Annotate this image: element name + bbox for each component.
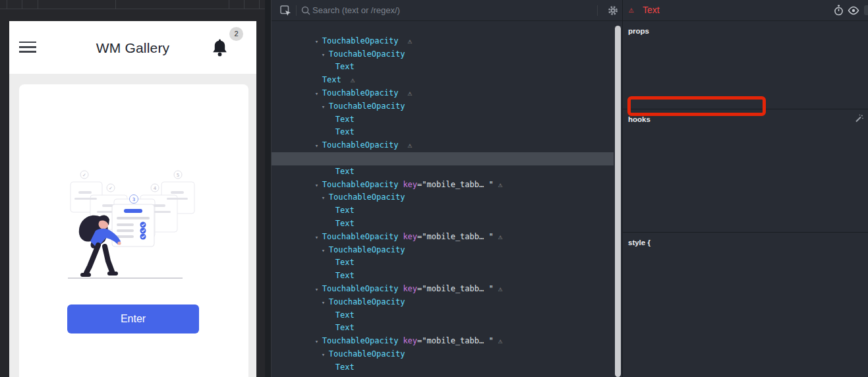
step-badge-3: 3 — [132, 197, 135, 202]
tree-row[interactable]: Text⚠ — [272, 61, 622, 74]
component-tree: ▾TouchableOpacity⚠ ▾TouchableOpacity Tex… — [272, 22, 622, 377]
selected-component-name: Text — [643, 5, 660, 15]
tree-row[interactable]: ▾TouchableOpacitykey="mobile_tabb… "⚠ — [272, 322, 622, 335]
hook-row[interactable]: ▸PlatformMethods — [623, 204, 868, 217]
tree-scrollbar[interactable] — [615, 26, 621, 377]
tree-row[interactable]: Text — [272, 348, 622, 361]
settings-gear-icon[interactable] — [608, 5, 618, 16]
toolbar-divider — [296, 5, 297, 16]
tab-divider — [22, 0, 22, 9]
toolbar-divider — [597, 5, 598, 16]
app-header: WM Gallery 2 — [9, 21, 256, 74]
step-badge-1: ✓ — [82, 173, 86, 178]
hook-row[interactable]: ▸MergeRefs — [623, 217, 868, 230]
tree-row[interactable]: ▾TouchableOpacity — [272, 179, 622, 192]
hooks-section: hooks Contextfalse 1Ref<div /> ▸LocaleCo… — [623, 109, 868, 232]
style-rows: fontFamily"Roboto"; userSelect"text"; fo… — [623, 249, 868, 377]
tree-row[interactable]: ▾TouchableOpacity — [272, 231, 622, 244]
hooks-section-header: hooks — [623, 113, 868, 126]
prop-row[interactable]: accessibilityLabel"button1_caption" — [623, 38, 868, 51]
search-icon — [301, 6, 310, 15]
tree-row[interactable]: ▾TouchableOpacity — [272, 139, 622, 152]
tree-row[interactable]: Text — [272, 309, 622, 322]
tree-row[interactable]: ▾TouchableOpacity⚠ — [272, 74, 622, 87]
style-row[interactable]: attributevalue; — [623, 366, 868, 377]
tree-row[interactable]: Text — [272, 361, 622, 374]
hook-row[interactable]: 1Ref<div /> — [623, 139, 868, 152]
tree-toolbar — [272, 0, 622, 21]
tree-row[interactable]: ▾TouchableOpacity⚠ — [272, 22, 622, 35]
tree-row[interactable]: Text — [272, 152, 614, 165]
tree-row[interactable]: Text — [272, 204, 622, 218]
phone-screen: WM Gallery 2 — [9, 21, 256, 377]
notification-badge: 2 — [229, 27, 243, 41]
hook-row[interactable]: Contextfalse — [623, 126, 868, 139]
inspector-pane: ⚠ Text props accessibilityLabel"button1_… — [622, 0, 868, 377]
tab-divider — [244, 0, 245, 9]
tree-row[interactable]: Text — [272, 100, 622, 113]
enter-button[interactable]: Enter — [67, 304, 199, 334]
style-row[interactable]: color"#fff"; — [623, 353, 868, 366]
style-row[interactable]: fontWeight"500"; — [623, 288, 868, 301]
clipped-icon[interactable] — [864, 5, 868, 15]
tree-row[interactable]: ▾TouchableOpacity⚠ — [272, 126, 622, 139]
tree-row[interactable]: ▾TouchableOpacity — [272, 283, 622, 296]
hook-row[interactable]: 8Callbackƒ () {} — [623, 190, 868, 204]
tree-row[interactable]: Text — [272, 48, 622, 61]
tree-row[interactable]: Text — [272, 113, 622, 127]
style-row[interactable]: textAlign"center"; — [623, 301, 868, 314]
tree-row[interactable]: Text — [272, 256, 622, 270]
tree-row[interactable]: Text — [272, 244, 622, 257]
search-input[interactable] — [312, 0, 550, 20]
tree-row[interactable]: ▾TouchableOpacitykey="mobile_tabb… "⚠ — [272, 165, 622, 179]
profiler-stopwatch-icon[interactable] — [833, 5, 844, 16]
inspect-element-icon[interactable] — [280, 5, 291, 16]
step-badge-4: 4 — [154, 186, 157, 191]
hook-row[interactable]: ▸ElementLayout — [623, 165, 868, 178]
prop-row[interactable]: children"Enter" — [623, 51, 868, 64]
tree-row[interactable]: ▾TouchableOpacity — [272, 87, 622, 100]
onboarding-illustration: ✓ ✓ 4 5 3 — [61, 169, 203, 282]
prop-row[interactable]: new entry — [623, 90, 868, 103]
hook-row[interactable]: ▸ResponderEvents[{…}, {…}] — [623, 178, 868, 191]
app-preview-pane: WM Gallery 2 — [0, 0, 271, 377]
props-section: props accessibilityLabel"button1_caption… — [623, 21, 868, 109]
pane-gutter — [265, 0, 271, 377]
style-row[interactable]: textTransform"capitalize"; — [623, 314, 868, 327]
style-section: style { fontFamily"Roboto"; userSelect"t… — [623, 232, 868, 377]
tree-row[interactable]: Text — [272, 296, 622, 309]
warning-icon: ⚠ — [629, 5, 634, 14]
style-row[interactable]: fontFamily"Roboto"; — [623, 249, 868, 262]
props-section-header: props — [623, 24, 868, 38]
component-tree-pane: ▾TouchableOpacity⚠ ▾TouchableOpacity Tex… — [271, 0, 622, 377]
style-row[interactable]: marginHorizontal4; — [623, 327, 868, 340]
hook-row[interactable]: ▸LocaleContext — [623, 152, 868, 165]
tree-row[interactable]: ▾TouchableOpacitykey="mobile_tabb… "⚠ — [272, 270, 622, 283]
tree-row[interactable]: ▾TouchableOpacity — [272, 35, 622, 48]
tree-row[interactable]: Text — [272, 191, 622, 204]
tree-row[interactable]: ▾TouchableOpacity — [272, 335, 622, 348]
hooks-rows: Contextfalse 1Ref<div /> ▸LocaleContext … — [623, 126, 868, 230]
content-card: ✓ ✓ 4 5 3 — [19, 84, 248, 377]
step-badge-2: ✓ — [109, 186, 113, 191]
tab-divider — [259, 0, 260, 9]
tree-row[interactable]: ▾TouchableOpacitykey="mobile_tabb… "⚠ — [272, 218, 622, 231]
prop-row[interactable]: testID"button1_caption" — [623, 76, 868, 90]
magic-wand-icon[interactable] — [854, 114, 863, 123]
tab-divider — [115, 0, 116, 9]
style-section-header: style { — [623, 236, 868, 249]
style-row[interactable]: fontSize16; — [623, 275, 868, 288]
browser-tab-strip — [0, 0, 265, 9]
prop-row[interactable]: ▸style{ trace: Array(3), color: "#fff", … — [623, 63, 868, 76]
tab-divider — [38, 0, 38, 9]
tab-divider — [7, 0, 7, 9]
props-rows: accessibilityLabel"button1_caption" chil… — [623, 38, 868, 102]
style-row[interactable]: userSelect"text"; — [623, 262, 868, 276]
bell-icon[interactable] — [212, 39, 227, 57]
eye-icon[interactable] — [848, 6, 859, 15]
step-badge-5: 5 — [177, 173, 179, 178]
inspector-header: ⚠ Text — [623, 0, 868, 21]
tab-divider — [229, 0, 229, 9]
style-row[interactable]: _[{"name":"@app-theme:btn-primary.text",… — [623, 340, 868, 353]
